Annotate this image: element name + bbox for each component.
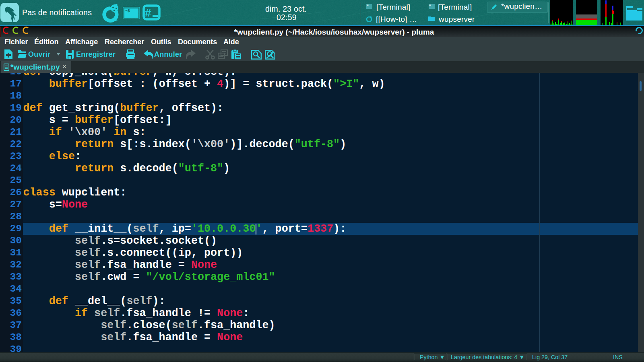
svg-text:#: # — [145, 6, 151, 19]
svg-text:~$: ~$ — [125, 9, 130, 13]
